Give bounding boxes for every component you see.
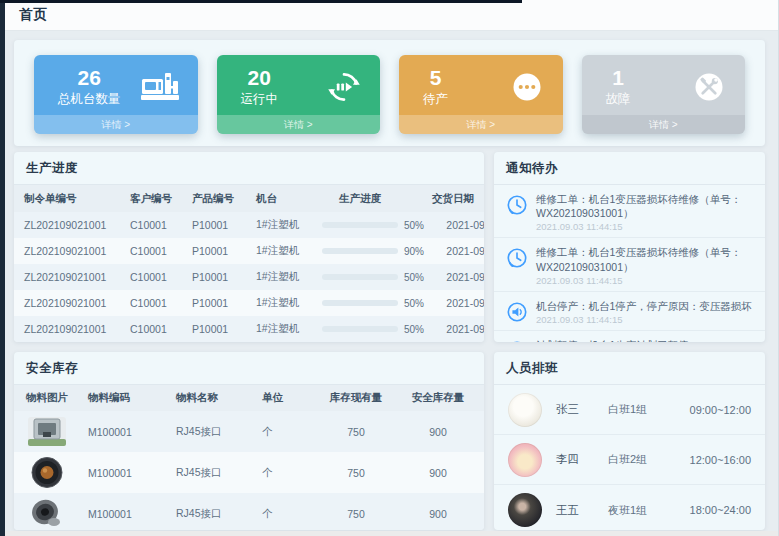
progress-percent: 50% — [404, 324, 424, 335]
stat-value: 20 — [241, 66, 279, 90]
shift-time: 18:00~24:00 — [690, 504, 751, 516]
customer-no: C10001 — [130, 323, 192, 335]
notice-text: 维修工单：机台1变压器损坏待维修（单号：WX202109031001） — [536, 192, 755, 220]
machine-name: 1#注塑机 — [256, 270, 322, 284]
notice-item[interactable]: 维修工单：机台1变压器损坏待维修（单号：WX202109031001） 2021… — [494, 238, 765, 291]
progress-percent: 50% — [404, 298, 424, 309]
delivery-date: 2021-09-10 — [424, 245, 484, 257]
column-header: 库存现有量 — [308, 391, 404, 405]
material-name: RJ45接口 — [176, 425, 262, 439]
running-icon — [326, 69, 362, 105]
progress-bar: 50% — [322, 298, 424, 309]
column-header: 单位 — [262, 391, 308, 405]
progress-bar: 50% — [322, 220, 424, 231]
production-progress-panel: 生产进度 制令单编号 客户编号 产品编号 机台 生产进度 交货日期 ZL2021… — [14, 152, 484, 342]
machine-icon — [140, 69, 180, 105]
table-row: ZL202109021001 C10001 P10001 1#注塑机 50% 2… — [14, 264, 484, 290]
notice-item[interactable]: 机台停产：机台1停产，停产原因：变压器损坏 2021.09.03 11:44:1… — [494, 292, 765, 331]
staff-name: 张三 — [556, 402, 608, 417]
inventory-table-body: M100001 RJ45接口 个 750 900 M100001 RJ45接口 … — [14, 411, 484, 530]
page-header: 首页 — [5, 0, 779, 31]
stat-card-body: 1 故障 — [582, 55, 746, 115]
stat-card-waiting[interactable]: 5 待产 详情 > — [399, 55, 563, 134]
inventory-table-header: 物料图片 物料编码 物料名称 单位 库存现有量 安全库存量 — [14, 385, 484, 411]
order-no: ZL202109021001 — [24, 219, 130, 231]
order-no: ZL202109021001 — [24, 297, 130, 309]
production-table-body: ZL202109021001 C10001 P10001 1#注塑机 50% 2… — [14, 212, 484, 342]
unit: 个 — [262, 507, 308, 521]
product-no: P10001 — [192, 297, 256, 309]
stats-panel: 26 总机台数量 详情 > 20 运行中 — [14, 40, 765, 146]
progress-bar: 50% — [322, 324, 424, 335]
stock-qty: 750 — [308, 467, 404, 479]
notices-panel: 通知待办 维修工单：机台1变压器损坏待维修（单号：WX202109031001）… — [494, 152, 765, 342]
column-header: 产品编号 — [192, 192, 256, 206]
table-row: ZL202109021001 C10001 P10001 1#注塑机 50% 2… — [14, 316, 484, 342]
stat-value: 26 — [58, 66, 121, 90]
shift-group: 白班2组 — [608, 452, 686, 467]
column-header: 生产进度 — [322, 192, 398, 206]
stock-qty: 750 — [308, 508, 404, 520]
safety-qty: 900 — [404, 508, 472, 520]
stat-card-fault[interactable]: 1 故障 详情 > — [582, 55, 746, 134]
clock-icon — [506, 194, 528, 216]
notice-text: 维修工单：机台1变压器损坏待维修（单号：WX202109031001） — [536, 245, 755, 273]
production-table-header: 制令单编号 客户编号 产品编号 机台 生产进度 交货日期 — [14, 185, 484, 212]
customer-no: C10001 — [130, 219, 192, 231]
progress-percent: 50% — [404, 220, 424, 231]
round-speaker-image — [26, 456, 68, 489]
fault-icon — [691, 69, 727, 105]
avatar — [508, 493, 542, 527]
customer-no: C10001 — [130, 245, 192, 257]
material-name: RJ45接口 — [176, 466, 262, 480]
machine-name: 1#注塑机 — [256, 296, 322, 310]
stat-detail-link[interactable]: 详情 > — [399, 115, 563, 134]
stat-detail-link[interactable]: 详情 > — [34, 115, 198, 134]
panel-title: 人员排班 — [494, 352, 765, 385]
notice-timestamp: 2021.09.03 11:44:15 — [536, 275, 755, 286]
product-no: P10001 — [192, 271, 256, 283]
machine-name: 1#注塑机 — [256, 322, 322, 336]
stat-value: 5 — [423, 66, 448, 90]
avatar — [508, 443, 542, 477]
page-title: 首页 — [19, 6, 48, 24]
column-header: 客户编号 — [130, 192, 192, 206]
order-no: ZL202109021001 — [24, 323, 130, 335]
cone-speaker-image — [26, 497, 68, 530]
table-row: ZL202109021001 C10001 P10001 1#注塑机 50% 2… — [14, 290, 484, 316]
staff-name: 李四 — [556, 452, 608, 467]
panel-title: 安全库存 — [14, 352, 484, 385]
avatar — [508, 393, 542, 427]
unit: 个 — [262, 466, 308, 480]
sidebar-edge — [0, 0, 5, 536]
delivery-date: 2021-09-10 — [424, 219, 484, 231]
shift-group: 白班1组 — [608, 402, 686, 417]
stock-qty: 750 — [308, 426, 404, 438]
notice-item[interactable]: 计划暂停：机台1生产计划已暂停 2021.09.03 11:44:15 — [494, 331, 765, 342]
stat-card-total-machines[interactable]: 26 总机台数量 详情 > — [34, 55, 198, 134]
notice-item[interactable]: 维修工单：机台1变压器损坏待维修（单号：WX202109031001） 2021… — [494, 185, 765, 238]
safety-stock-panel: 安全库存 物料图片 物料编码 物料名称 单位 库存现有量 安全库存量 M1000… — [14, 352, 484, 530]
window-bottom-edge — [0, 531, 779, 536]
panel-title: 通知待办 — [494, 152, 765, 185]
customer-no: C10001 — [130, 271, 192, 283]
stat-detail-link[interactable]: 详情 > — [217, 115, 381, 134]
staff-name: 王五 — [556, 503, 608, 518]
speaker-icon — [506, 340, 528, 342]
shift-group: 夜班1组 — [608, 503, 686, 518]
safety-qty: 900 — [404, 426, 472, 438]
waiting-icon — [509, 69, 545, 105]
rj45-connector-image — [26, 415, 68, 448]
product-no: P10001 — [192, 323, 256, 335]
machine-name: 1#注塑机 — [256, 218, 322, 232]
progress-percent: 90% — [404, 246, 424, 257]
material-name: RJ45接口 — [176, 507, 262, 521]
table-row: M100001 RJ45接口 个 750 900 — [14, 411, 484, 452]
stat-card-running[interactable]: 20 运行中 详情 > — [217, 55, 381, 134]
stat-detail-link[interactable]: 详情 > — [582, 115, 746, 134]
safety-qty: 900 — [404, 467, 472, 479]
column-header: 安全库存量 — [404, 391, 472, 405]
product-no: P10001 — [192, 245, 256, 257]
table-row: M100001 RJ45接口 个 750 900 — [14, 493, 484, 530]
stat-card-body: 5 待产 — [399, 55, 563, 115]
